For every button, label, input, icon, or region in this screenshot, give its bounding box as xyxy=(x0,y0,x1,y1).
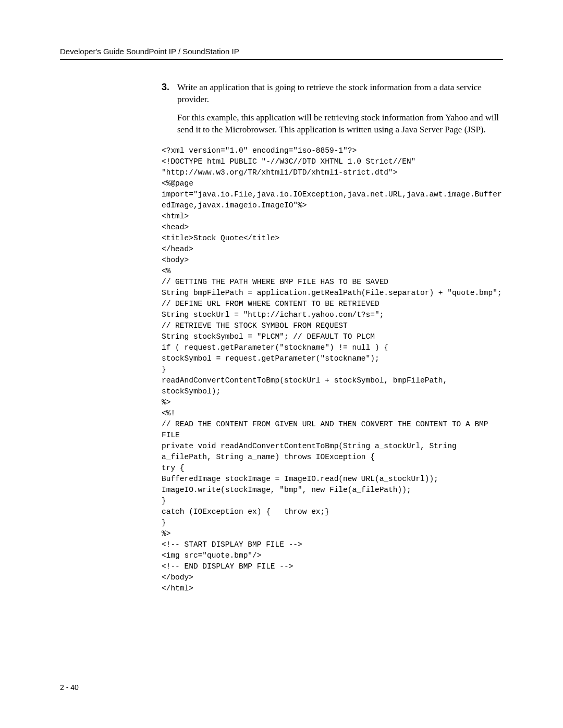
main-content: 3. Write an application that is going to… xyxy=(60,82,503,594)
step-number: 3. xyxy=(162,82,177,106)
page-number: 2 - 40 xyxy=(60,683,79,692)
step-subpara: For this example, this application will … xyxy=(177,112,503,136)
page: Developer's Guide SoundPoint IP / SoundS… xyxy=(0,0,563,728)
step-text: Write an application that is going to re… xyxy=(177,82,503,106)
step-3: 3. Write an application that is going to… xyxy=(162,82,503,106)
code-block: <?xml version="1.0" encoding="iso-8859-1… xyxy=(162,145,503,595)
running-header: Developer's Guide SoundPoint IP / SoundS… xyxy=(60,47,503,60)
